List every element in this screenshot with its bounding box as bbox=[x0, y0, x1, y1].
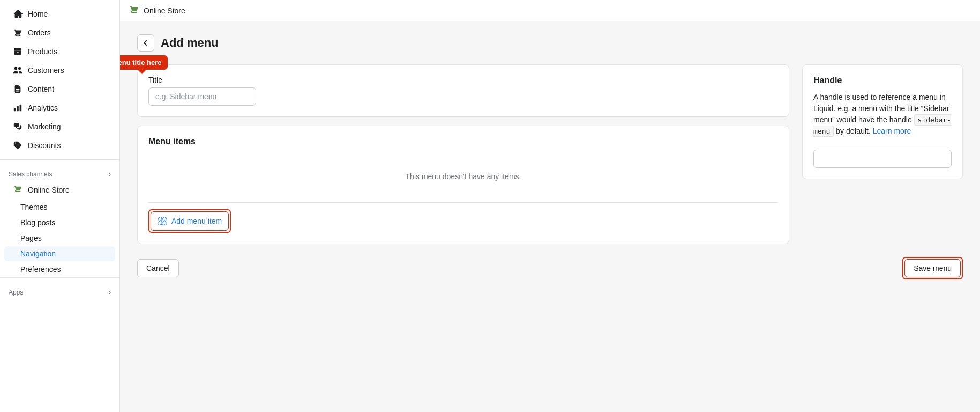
sidebar-item-products-label: Products bbox=[28, 47, 57, 56]
topbar: Online Store bbox=[120, 0, 980, 21]
sidebar: Home Orders Products Customers bbox=[0, 0, 120, 412]
content-icon bbox=[13, 84, 23, 94]
apps-section: Apps › bbox=[0, 282, 119, 298]
menu-items-title: Menu items bbox=[148, 137, 778, 146]
svg-rect-1 bbox=[163, 217, 166, 220]
page-header: Add menu bbox=[137, 34, 963, 52]
handle-card: Handle A handle is used to reference a m… bbox=[802, 64, 963, 179]
sales-channels-chevron[interactable]: › bbox=[109, 171, 111, 178]
apps-chevron[interactable]: › bbox=[109, 289, 111, 296]
handle-panel: Handle A handle is used to reference a m… bbox=[802, 64, 963, 179]
cancel-button[interactable]: Cancel bbox=[137, 259, 179, 277]
svg-rect-3 bbox=[163, 222, 166, 225]
menu-empty-state: This menu doesn't have any items. bbox=[148, 155, 778, 198]
sidebar-item-marketing[interactable]: Marketing bbox=[4, 117, 115, 136]
sidebar-item-orders[interactable]: Orders bbox=[4, 24, 115, 42]
annotation-bubble: menu title here bbox=[120, 55, 168, 70]
topbar-store-icon bbox=[129, 5, 139, 16]
title-card: Title menu title here bbox=[137, 64, 789, 117]
sidebar-item-customers-label: Customers bbox=[28, 66, 64, 75]
sidebar-item-home-label: Home bbox=[28, 10, 48, 18]
products-icon bbox=[13, 47, 23, 56]
add-item-container: Add menu item bbox=[148, 209, 231, 233]
add-item-btn-wrapper: Add menu item bbox=[148, 202, 778, 233]
sidebar-item-content-label: Content bbox=[28, 85, 54, 93]
sidebar-item-online-store[interactable]: Online Store bbox=[4, 181, 115, 199]
back-button[interactable] bbox=[137, 34, 154, 52]
sidebar-sub-navigation[interactable]: Navigation bbox=[4, 246, 115, 261]
svg-rect-2 bbox=[159, 222, 162, 225]
sales-channels-section: Sales channels › bbox=[0, 164, 119, 180]
main-content: Add menu Title menu title here bbox=[120, 21, 980, 412]
svg-rect-0 bbox=[159, 217, 162, 220]
title-field-label: Title bbox=[148, 76, 778, 84]
handle-input[interactable] bbox=[813, 150, 952, 168]
form-layout: Title menu title here Menu items This me… bbox=[137, 64, 963, 244]
topbar-title: Online Store bbox=[144, 6, 185, 15]
handle-title: Handle bbox=[813, 76, 952, 85]
menu-items-card: Menu items This menu doesn't have any it… bbox=[137, 126, 789, 244]
form-main: Title menu title here Menu items This me… bbox=[137, 64, 789, 244]
sidebar-item-home[interactable]: Home bbox=[4, 5, 115, 23]
sidebar-sub-preferences[interactable]: Preferences bbox=[4, 262, 115, 277]
home-icon bbox=[13, 9, 23, 19]
sidebar-sub-blog-posts[interactable]: Blog posts bbox=[4, 215, 115, 230]
sidebar-sub-pages[interactable]: Pages bbox=[4, 231, 115, 246]
handle-learn-more[interactable]: Learn more bbox=[873, 127, 911, 135]
add-menu-item-label: Add menu item bbox=[171, 217, 222, 225]
sidebar-item-discounts[interactable]: Discounts bbox=[4, 136, 115, 154]
sidebar-item-products[interactable]: Products bbox=[4, 42, 115, 61]
annotation-wrapper: menu title here bbox=[148, 87, 256, 106]
save-btn-container: Save menu bbox=[902, 257, 963, 279]
marketing-icon bbox=[13, 122, 23, 131]
orders-icon bbox=[13, 28, 23, 38]
handle-desc-part2: by default. bbox=[836, 127, 871, 135]
sidebar-item-analytics[interactable]: Analytics bbox=[4, 99, 115, 117]
sidebar-item-customers[interactable]: Customers bbox=[4, 61, 115, 79]
customers-icon bbox=[13, 65, 23, 75]
form-footer: Cancel Save menu bbox=[137, 257, 963, 279]
page-title: Add menu bbox=[161, 36, 219, 50]
add-menu-item-button[interactable]: Add menu item bbox=[151, 211, 229, 231]
sidebar-item-orders-label: Orders bbox=[28, 28, 51, 37]
online-store-icon bbox=[13, 185, 23, 195]
title-input[interactable] bbox=[148, 87, 256, 106]
save-menu-button[interactable]: Save menu bbox=[904, 259, 961, 277]
sidebar-item-discounts-label: Discounts bbox=[28, 141, 61, 150]
sidebar-item-marketing-label: Marketing bbox=[28, 122, 61, 131]
discounts-icon bbox=[13, 141, 23, 150]
sidebar-item-analytics-label: Analytics bbox=[28, 104, 58, 112]
sidebar-item-content[interactable]: Content bbox=[4, 80, 115, 98]
sidebar-item-online-store-label: Online Store bbox=[28, 186, 70, 194]
analytics-icon bbox=[13, 103, 23, 113]
add-item-icon bbox=[158, 216, 167, 226]
sidebar-sub-themes[interactable]: Themes bbox=[4, 200, 115, 215]
handle-description: A handle is used to reference a menu in … bbox=[813, 92, 952, 137]
